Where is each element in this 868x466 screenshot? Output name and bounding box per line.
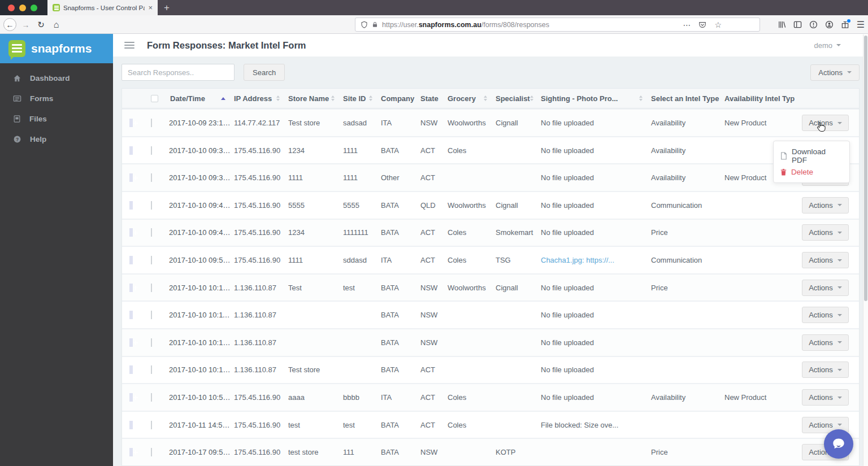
bookmark-star-icon[interactable]: ☆ <box>714 20 722 29</box>
search-button[interactable]: Search <box>244 64 285 81</box>
row-actions-button[interactable]: Actions <box>802 389 849 406</box>
brand-header: snapforms <box>0 34 113 63</box>
row-checkbox[interactable] <box>151 421 152 429</box>
row-checkbox[interactable] <box>151 146 152 155</box>
sidebar-item-files[interactable]: Files <box>0 108 113 129</box>
cell-date-time: 2017-10-10 09:34:08 <box>166 146 231 155</box>
cell-site-id: test <box>340 284 377 292</box>
table-row: 2017-10-10 09:43:54 175.45.116.90 1234 1… <box>122 219 859 246</box>
row-checkbox[interactable] <box>151 311 152 319</box>
column-header-date-time[interactable]: Date/Time <box>166 94 231 103</box>
tracking-shield-icon[interactable] <box>361 21 368 29</box>
cell-company: BATA <box>377 311 417 319</box>
close-window-button[interactable] <box>8 5 15 11</box>
row-actions-button[interactable]: Actions <box>802 307 849 323</box>
zoom-window-button[interactable] <box>31 5 37 11</box>
page-scrollbar[interactable] <box>863 34 868 466</box>
row-checkbox[interactable] <box>151 393 152 402</box>
row-actions-button[interactable]: Actions <box>802 224 849 241</box>
sidebar-item-help[interactable]: ? Help <box>0 129 113 149</box>
cell-ip-address: 175.45.116.90 <box>231 421 285 429</box>
account-icon[interactable] <box>825 20 834 29</box>
browser-tab[interactable]: Snapforms - User Control Pane × <box>47 0 158 15</box>
cell-site-id: 5555 <box>340 201 377 210</box>
list-toggle-icon[interactable] <box>124 42 134 49</box>
cell-ip-address: 175.45.116.90 <box>231 256 285 264</box>
scrollbar-thumb[interactable] <box>864 36 867 301</box>
sort-icon <box>484 95 487 101</box>
column-header-sighting[interactable]: Sighting - Photo Pro... <box>537 94 648 103</box>
row-checkbox[interactable] <box>151 284 152 292</box>
cell-state: ACT <box>417 228 444 237</box>
cell-store-name: 1234 <box>285 146 340 155</box>
back-button[interactable]: ← <box>3 18 16 31</box>
sidebar-item-forms[interactable]: Forms <box>0 88 113 108</box>
sidebar-toggle-icon[interactable] <box>793 20 802 29</box>
row-checkbox[interactable] <box>151 338 152 347</box>
home-button[interactable]: ⌂ <box>50 18 63 31</box>
reload-button[interactable]: ↻ <box>34 18 47 31</box>
trash-icon <box>780 168 787 176</box>
column-header-store-name[interactable]: Store Name <box>285 94 340 103</box>
column-header-specialist[interactable]: Specialist <box>492 94 537 103</box>
forward-button[interactable]: → <box>19 18 32 31</box>
row-checkbox[interactable] <box>151 119 152 127</box>
chat-widget-button[interactable] <box>824 429 853 459</box>
menu-icon[interactable]: ☰ <box>857 19 865 30</box>
column-header-site-id[interactable]: Site ID <box>340 94 377 103</box>
row-actions-button[interactable]: Actions <box>802 280 849 296</box>
cell-specialist: TSG <box>492 256 537 264</box>
address-bar[interactable]: https://user.snapforms.com.au/forms/808/… <box>355 18 760 32</box>
row-checkbox[interactable] <box>151 448 152 456</box>
row-actions-button[interactable]: Actions <box>802 252 849 268</box>
info-icon[interactable] <box>809 20 818 29</box>
search-input[interactable] <box>121 64 235 81</box>
tab-close-icon[interactable]: × <box>148 4 153 11</box>
cell-date-time: 2017-10-10 10:12:47 <box>166 338 231 347</box>
chevron-down-icon <box>837 424 842 426</box>
cell-date-time: 2017-10-10 10:10:25 <box>166 284 231 292</box>
cell-store-name: Test <box>285 284 340 292</box>
row-checkbox[interactable] <box>151 173 152 182</box>
column-header-ip-address[interactable]: IP Address <box>231 94 285 103</box>
library-icon[interactable] <box>778 20 786 29</box>
row-actions-button[interactable]: Actions <box>802 197 849 214</box>
row-checkbox[interactable] <box>151 201 152 210</box>
row-actions-button[interactable]: Actions <box>802 334 849 351</box>
cell-date-time: 2017-10-10 09:41:45 <box>166 201 231 210</box>
chevron-down-icon <box>837 314 842 316</box>
column-header-state[interactable]: State <box>417 94 444 103</box>
bulk-actions-button[interactable]: Actions <box>810 64 860 81</box>
lock-icon[interactable] <box>372 21 378 28</box>
menu-item-download-pdf[interactable]: Download PDF <box>774 146 849 166</box>
column-header-company[interactable]: Company <box>377 94 417 103</box>
page-actions-icon[interactable]: ⋯ <box>683 20 691 29</box>
cell-site-id: 1111 <box>340 146 377 155</box>
extension-gift-icon[interactable] <box>841 20 849 29</box>
new-tab-button[interactable]: + <box>158 0 176 15</box>
cell-site-id: test <box>340 421 377 429</box>
user-menu[interactable]: demo <box>814 41 841 50</box>
cell-specialist: KOTP <box>492 448 537 456</box>
cell-store-name: Test store <box>285 119 340 127</box>
table-header-row: Date/Time IP Address Store Name Site ID … <box>122 89 859 108</box>
table-row: 2017-10-10 09:37:46 175.45.116.90 1111 1… <box>122 163 859 191</box>
column-header-grocery[interactable]: Grocery <box>444 94 492 103</box>
pocket-icon[interactable] <box>698 21 706 29</box>
minimize-window-button[interactable] <box>19 5 26 11</box>
row-checkbox[interactable] <box>151 228 152 237</box>
column-header-availability-intel-type[interactable]: Availability Intel Type <box>721 94 795 103</box>
row-actions-button[interactable]: Actions <box>802 115 849 131</box>
column-header-intel-type[interactable]: Select an Intel Type <box>648 94 721 103</box>
row-checkbox[interactable] <box>151 256 152 264</box>
select-all-checkbox[interactable] <box>151 95 158 102</box>
cell-store-name: 1111 <box>285 173 340 182</box>
cell-company: Other <box>377 173 417 182</box>
menu-item-delete[interactable]: Delete <box>774 166 849 178</box>
sidebar-item-dashboard[interactable]: Dashboard <box>0 68 113 88</box>
cell-specialist: Cignall <box>492 201 537 210</box>
cell-state: ACT <box>417 393 444 402</box>
cell-state: NSW <box>417 448 444 456</box>
row-actions-button[interactable]: Actions <box>802 362 849 378</box>
row-checkbox[interactable] <box>151 365 152 374</box>
